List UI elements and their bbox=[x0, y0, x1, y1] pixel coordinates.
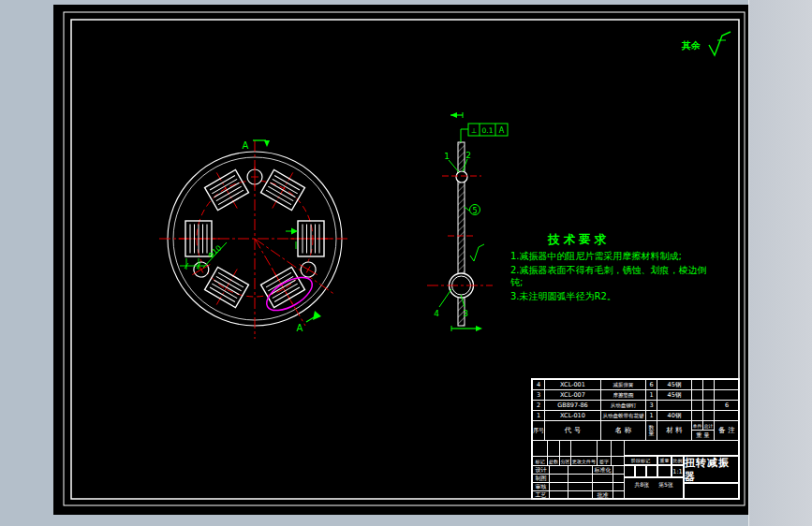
surface-note: 其余 bbox=[682, 34, 701, 52]
balloon-4: 4 bbox=[434, 309, 439, 318]
tolerance-datum: A bbox=[499, 126, 505, 135]
balloon-2: 2 bbox=[465, 151, 471, 160]
tech-req-item: 3.未注明圆弧半径为R2。 bbox=[510, 290, 709, 302]
roughness-mark bbox=[470, 244, 484, 261]
main-view-annotations: A A Φ10 bbox=[180, 140, 321, 333]
tolerance-symbol: ⊥ bbox=[471, 127, 477, 135]
tolerance-leader bbox=[461, 129, 468, 142]
balloon-3: 3 bbox=[463, 309, 468, 318]
rivet-dim-label: Φ10 bbox=[206, 243, 223, 260]
section-view: 1 2 5 4 3 ⊥ 0.1 A bbox=[427, 112, 508, 331]
main-view: A A Φ10 bbox=[159, 140, 350, 339]
spring-window bbox=[258, 162, 310, 217]
spring-window bbox=[200, 162, 253, 217]
balloon-5: 5 bbox=[472, 207, 477, 215]
cad-viewport: A A Φ10 bbox=[0, 0, 812, 526]
section-annotations: 1 2 5 4 3 ⊥ 0.1 A bbox=[434, 112, 508, 331]
balloon-1: 1 bbox=[444, 152, 450, 161]
tech-req-title: 技术要求 bbox=[548, 232, 709, 248]
surface-note-label: 其余 bbox=[682, 39, 701, 52]
tolerance-value: 0.1 bbox=[482, 126, 494, 135]
title-block-outline bbox=[531, 378, 740, 500]
technical-requirements: 技术要求 1.减振器中的阻尼片需采用摩擦材料制成; 2.减振器表面不得有毛刺，锈… bbox=[510, 232, 709, 302]
tech-req-item: 2.减振器表面不得有毛刺，锈蚀、划痕，棱边倒钝; bbox=[510, 264, 709, 288]
highlight-ellipse bbox=[261, 270, 317, 317]
surface-roughness-icon bbox=[709, 32, 731, 55]
tech-req-item: 1.减振器中的阻尼片需采用摩擦材料制成; bbox=[510, 250, 709, 262]
rivet bbox=[247, 167, 262, 187]
rivet-section bbox=[456, 171, 467, 183]
section-label-bottom: A bbox=[297, 323, 303, 333]
section-label-top: A bbox=[243, 140, 249, 151]
